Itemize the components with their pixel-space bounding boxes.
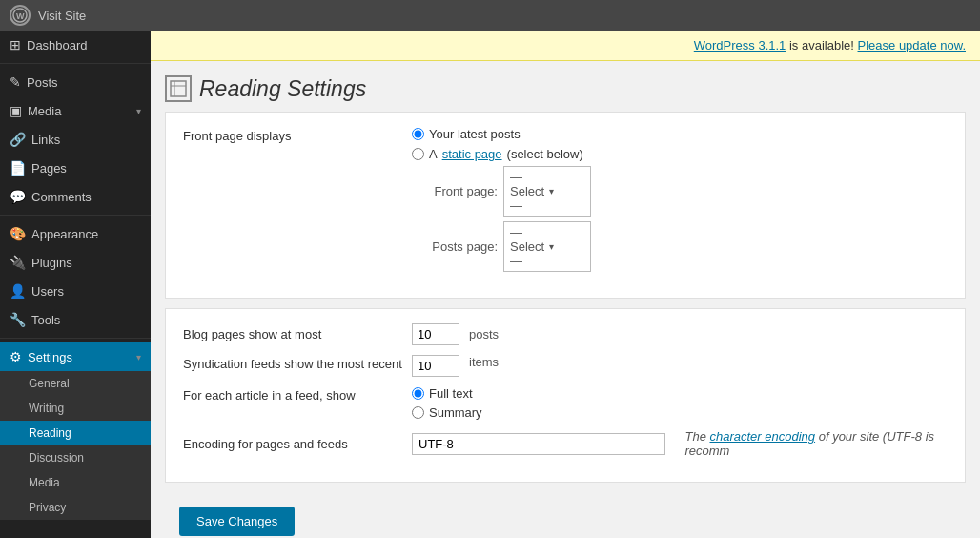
encoding-label: Encoding for pages and feeds <box>183 437 402 451</box>
feed-article-options: Full text Summary <box>412 386 482 420</box>
sidebar-item-comments[interactable]: 💬 Comments <box>0 182 151 211</box>
posts-page-select-row: Posts page: — Select — ▾ <box>412 221 948 272</box>
page-title: Reading Settings <box>199 76 366 102</box>
blog-settings-box: Blog pages show at most posts Syndicatio… <box>165 308 966 483</box>
sidebar-label-comments: Comments <box>31 190 92 204</box>
front-page-select-value: — Select — <box>510 170 545 213</box>
links-icon: 🔗 <box>10 132 26 147</box>
appearance-icon: 🎨 <box>10 226 26 241</box>
feed-article-label: For each article in a feed, show <box>183 386 402 403</box>
pages-icon: 📄 <box>10 160 26 176</box>
sidebar-item-users[interactable]: 👤 Users <box>0 277 151 305</box>
save-changes-button[interactable]: Save Changes <box>179 507 295 536</box>
tools-icon: 🔧 <box>10 312 26 327</box>
sidebar-item-media[interactable]: ▣ Media ▾ <box>0 96 151 125</box>
main-content: WordPress 3.1.1 is available! Please upd… <box>151 31 980 538</box>
feed-article-row: For each article in a feed, show Full te… <box>183 386 948 420</box>
radio-static-prefix: A <box>429 147 438 161</box>
submenu-reading[interactable]: Reading <box>0 421 151 445</box>
posts-page-select-label: Posts page: <box>412 239 498 254</box>
comments-icon: 💬 <box>10 189 26 204</box>
sidebar-item-links[interactable]: 🔗 Links <box>0 125 151 154</box>
radio-latest-input[interactable] <box>412 128 424 140</box>
front-page-select[interactable]: — Select — ▾ <box>503 166 591 217</box>
syndication-input[interactable] <box>412 355 459 377</box>
front-page-row: Front page displays Your latest posts A … <box>183 127 948 272</box>
submenu-writing[interactable]: Writing <box>0 396 151 421</box>
sidebar-item-posts[interactable]: ✎ Posts <box>0 68 151 96</box>
svg-text:W: W <box>16 11 25 21</box>
users-icon: 👤 <box>10 283 26 299</box>
sidebar-label-links: Links <box>31 133 60 147</box>
character-encoding-link[interactable]: character encoding <box>709 429 815 444</box>
front-page-select-row: Front page: — Select — ▾ <box>412 166 948 217</box>
front-page-select-label: Front page: <box>412 184 498 198</box>
page-header-icon <box>165 75 192 102</box>
radio-latest-label: Your latest posts <box>429 127 521 141</box>
submenu-discussion[interactable]: Discussion <box>0 445 151 470</box>
submenu-media[interactable]: Media <box>0 470 151 495</box>
sidebar-item-plugins[interactable]: 🔌 Plugins <box>0 248 151 277</box>
sidebar-label-settings: Settings <box>28 350 72 364</box>
sidebar-item-appearance[interactable]: 🎨 Appearance <box>0 219 151 248</box>
sidebar-label-pages: Pages <box>31 161 67 176</box>
dashboard-icon: ⊞ <box>10 37 21 52</box>
blog-pages-input[interactable] <box>412 323 459 345</box>
blog-pages-unit: posts <box>469 327 499 341</box>
sidebar: ⊞ Dashboard ✎ Posts ▣ Media ▾ 🔗 Links 📄 … <box>0 31 151 538</box>
static-page-link[interactable]: static page <box>442 147 502 161</box>
syndication-label: Syndication feeds show the most recent <box>183 355 402 371</box>
submenu-privacy[interactable]: Privacy <box>0 495 151 520</box>
update-banner: WordPress 3.1.1 is available! Please upd… <box>151 31 980 61</box>
visit-site-link[interactable]: Visit Site <box>38 9 86 23</box>
posts-icon: ✎ <box>10 74 21 90</box>
sidebar-item-tools[interactable]: 🔧 Tools <box>0 305 151 334</box>
wp-logo: W <box>10 5 31 26</box>
front-page-settings-box: Front page displays Your latest posts A … <box>165 112 966 299</box>
submenu-general[interactable]: General <box>0 371 151 396</box>
update-banner-text: is available! <box>789 38 858 52</box>
sidebar-item-dashboard[interactable]: ⊞ Dashboard <box>0 31 151 59</box>
sidebar-item-pages[interactable]: 📄 Pages <box>0 154 151 182</box>
settings-submenu: General Writing Reading Discussion Media… <box>0 371 151 520</box>
sidebar-label-appearance: Appearance <box>31 227 98 241</box>
blog-pages-label: Blog pages show at most <box>183 327 402 341</box>
front-page-options: Your latest posts A static page (select … <box>412 127 948 272</box>
radio-summary-input[interactable] <box>412 406 424 419</box>
sidebar-label-plugins: Plugins <box>31 256 72 270</box>
radio-summary[interactable]: Summary <box>412 405 482 420</box>
sidebar-item-settings[interactable]: ⚙ Settings ▾ <box>0 342 151 371</box>
sidebar-label-dashboard: Dashboard <box>27 38 88 52</box>
radio-full-text-input[interactable] <box>412 387 424 400</box>
sidebar-label-users: Users <box>31 284 64 299</box>
radio-latest-posts[interactable]: Your latest posts <box>412 127 948 141</box>
posts-page-dropdown-arrow-icon: ▾ <box>549 241 584 252</box>
static-page-suffix: (select below) <box>507 147 583 161</box>
syndication-unit: items <box>469 355 499 369</box>
encoding-input[interactable] <box>412 433 665 455</box>
front-page-dropdown-arrow-icon: ▾ <box>549 186 584 197</box>
sidebar-label-tools: Tools <box>31 313 60 327</box>
settings-arrow-icon: ▾ <box>136 352 141 362</box>
media-arrow-icon: ▾ <box>136 106 141 116</box>
sidebar-label-posts: Posts <box>27 75 58 90</box>
svg-rect-2 <box>171 81 186 96</box>
front-page-label: Front page displays <box>183 127 402 143</box>
sidebar-label-media: Media <box>28 104 61 118</box>
posts-page-select-value: — Select — <box>510 225 545 268</box>
settings-icon: ⚙ <box>10 349 22 364</box>
blog-pages-row: Blog pages show at most posts <box>183 323 948 345</box>
update-now-link[interactable]: Please update now. <box>858 38 966 52</box>
feed-summary-label: Summary <box>429 405 482 420</box>
posts-page-select[interactable]: — Select — ▾ <box>503 221 591 272</box>
plugins-icon: 🔌 <box>10 255 26 270</box>
radio-full-text[interactable]: Full text <box>412 386 482 401</box>
radio-static-page[interactable]: A static page (select below) <box>412 147 948 161</box>
syndication-row: Syndication feeds show the most recent i… <box>183 355 948 377</box>
page-header: Reading Settings <box>151 61 980 112</box>
top-bar: W Visit Site <box>0 0 980 31</box>
save-section: Save Changes <box>165 492 966 538</box>
radio-static-input[interactable] <box>412 148 424 160</box>
media-icon: ▣ <box>10 103 22 118</box>
wordpress-version-link[interactable]: WordPress 3.1.1 <box>694 38 786 52</box>
